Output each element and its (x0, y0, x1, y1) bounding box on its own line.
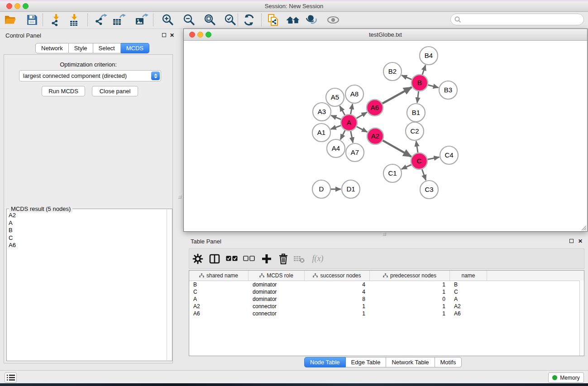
node-A8[interactable]: A8 (345, 85, 363, 103)
import-network-button[interactable] (49, 12, 64, 28)
table-cell[interactable]: 4 (305, 289, 370, 295)
node-A7[interactable]: A7 (346, 143, 364, 162)
show-panels-button[interactable] (5, 372, 17, 383)
optimization-criterion-select[interactable]: largest connected component (directed) (19, 70, 161, 81)
table-row[interactable]: Bdominator41B (189, 281, 584, 288)
node-C[interactable]: C (411, 153, 427, 169)
table-cell[interactable]: 8 (305, 296, 370, 302)
column-header-successor-nodes[interactable]: successor nodes (305, 271, 370, 281)
node-D[interactable]: D (312, 180, 330, 198)
table-cell[interactable]: dominator (249, 289, 305, 295)
network-close-traffic-light[interactable] (189, 32, 195, 38)
table-cell[interactable]: 1 (305, 303, 370, 310)
export-image-button[interactable] (134, 12, 149, 28)
tab-node-table[interactable]: Node Table (304, 357, 346, 367)
table-cell[interactable]: dominator (249, 281, 305, 288)
table-cell[interactable]: A6 (450, 310, 487, 317)
column-header-predecessor-nodes[interactable]: predecessor nodes (370, 271, 450, 281)
table-cell[interactable]: dominator (249, 296, 305, 302)
mcds-result-scrollbar[interactable] (167, 210, 172, 360)
edge-A-A3[interactable] (331, 115, 341, 119)
network-canvas[interactable]: AA1A2A3A4A5A6A7A8BB1B2B3B4CC1C2C3C4DD1 (184, 41, 587, 231)
table-panel-float-button[interactable] (569, 239, 574, 243)
edge-A-A8[interactable] (351, 104, 353, 114)
table-cell[interactable]: 0 (370, 296, 450, 302)
tab-style[interactable]: Style (69, 43, 93, 53)
table-panel-close-button[interactable]: ✕ (578, 238, 583, 244)
export-table-button[interactable] (111, 12, 127, 28)
node-C3[interactable]: C3 (420, 181, 438, 199)
node-B1[interactable]: B1 (407, 104, 425, 122)
show-columns-button[interactable] (208, 249, 221, 268)
zoom-in-button[interactable] (160, 12, 176, 28)
network-minimize-traffic-light[interactable] (197, 32, 203, 38)
open-session-button[interactable] (3, 12, 18, 28)
mcds-result-item[interactable]: A2 (9, 212, 16, 219)
table-cell[interactable]: A (450, 296, 487, 302)
network-graph[interactable]: AA1A2A3A4A5A6A7A8BB1B2B3B4CC1C2C3C4DD1 (184, 41, 587, 231)
table-cell[interactable]: 4 (305, 281, 370, 288)
table-row[interactable]: Cdominator41C (189, 288, 584, 295)
tab-mcds[interactable]: MCDS (121, 43, 149, 53)
zoom-selected-button[interactable] (223, 12, 238, 28)
delete-column-button[interactable] (277, 249, 290, 268)
minimize-traffic-light[interactable] (14, 3, 20, 9)
export-network-button[interactable] (94, 12, 109, 28)
edge-C-C1[interactable] (402, 165, 411, 169)
run-mcds-button[interactable]: Run MCDS (42, 86, 85, 96)
table-cell[interactable]: A2 (450, 303, 487, 310)
edge-B-B1[interactable] (417, 91, 419, 103)
table-scrollbar[interactable] (579, 281, 584, 356)
node-D1[interactable]: D1 (342, 180, 360, 198)
table-cell[interactable]: C (450, 289, 487, 295)
edge-B-B4[interactable] (422, 65, 425, 75)
node-A5[interactable]: A5 (326, 88, 344, 106)
node-A6[interactable]: A6 (367, 100, 383, 116)
control-panel-float-button[interactable] (162, 33, 166, 37)
zoom-fit-button[interactable] (202, 12, 218, 28)
table-cell[interactable]: B (189, 281, 249, 288)
maximize-traffic-light[interactable] (23, 3, 29, 9)
table-cell[interactable]: 1 (370, 281, 450, 288)
mcds-result-item[interactable]: B (9, 227, 16, 234)
delete-table-button[interactable] (293, 249, 306, 268)
clone-network-button[interactable] (266, 12, 281, 28)
edge-A-A4[interactable] (340, 130, 345, 139)
table-row[interactable]: A6connector11A6 (189, 310, 584, 317)
table-cell[interactable]: A6 (189, 310, 249, 317)
table-cell[interactable]: B (450, 281, 487, 288)
table-settings-button[interactable] (191, 249, 204, 268)
node-A3[interactable]: A3 (313, 103, 331, 121)
tab-edge-table[interactable]: Edge Table (346, 357, 387, 367)
table-cell[interactable]: 1 (305, 310, 370, 317)
table-cell[interactable]: 1 (370, 310, 450, 317)
close-panel-button[interactable]: Close panel (92, 86, 138, 96)
home-view-button[interactable] (286, 12, 301, 28)
node-B4[interactable]: B4 (420, 47, 438, 65)
edge-B-B2[interactable] (402, 75, 411, 79)
mcds-result-item[interactable]: A (9, 219, 16, 227)
tab-network-table[interactable]: Network Table (386, 357, 435, 367)
edge-C-C2[interactable] (416, 141, 418, 152)
show-view-button[interactable] (325, 12, 341, 28)
network-window-titlebar[interactable]: testGlobe.txt (184, 29, 587, 41)
edge-A6-B[interactable] (382, 87, 412, 104)
network-maximize-traffic-light[interactable] (206, 32, 211, 38)
deselect-all-button[interactable] (243, 249, 255, 268)
table-cell[interactable]: 1 (370, 303, 450, 310)
horizontal-splitter-grip[interactable] (382, 232, 386, 236)
node-B3[interactable]: B3 (439, 81, 457, 99)
node-B[interactable]: B (411, 75, 428, 91)
node-A1[interactable]: A1 (312, 124, 330, 142)
memory-button[interactable]: Memory (548, 372, 584, 383)
import-table-button[interactable] (67, 12, 82, 28)
edge-A-A5[interactable] (340, 106, 345, 115)
node-C4[interactable]: C4 (440, 146, 458, 164)
tab-motifs[interactable]: Motifs (435, 357, 462, 367)
search-input[interactable] (464, 16, 583, 24)
edge-A2-C[interactable] (383, 140, 411, 157)
node-C2[interactable]: C2 (406, 122, 424, 140)
edge-C-C3[interactable] (422, 169, 425, 180)
select-all-button[interactable] (225, 249, 238, 268)
column-header-shared-name[interactable]: shared name (189, 271, 249, 281)
